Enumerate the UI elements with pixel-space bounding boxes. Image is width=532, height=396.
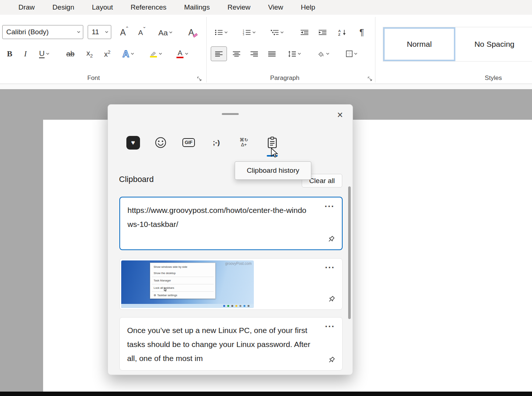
clipboard-item-image[interactable]: groovyPost.com Show windows side by side… — [119, 258, 343, 310]
ribbon-tab-bar: Draw Design Layout References Mailings R… — [0, 0, 532, 15]
chevron-down-icon — [280, 31, 284, 34]
paint-bucket-icon — [317, 51, 325, 57]
tab-help[interactable]: Help — [292, 3, 324, 11]
show-formatting-marks-button[interactable]: ¶ — [353, 25, 370, 40]
item-more-button[interactable]: ··· — [323, 261, 337, 274]
shrink-font-button[interactable]: A ˇ — [133, 25, 150, 40]
italic-icon: I — [24, 50, 27, 58]
tab-references[interactable]: References — [122, 3, 175, 11]
panel-scrollbar[interactable] — [348, 186, 351, 319]
increase-indent-button[interactable] — [314, 25, 331, 40]
style-normal[interactable]: Normal — [383, 27, 455, 61]
subscript-button[interactable]: x2 — [81, 46, 98, 61]
font-color-button[interactable]: A — [172, 46, 193, 61]
change-case-button[interactable]: Aa — [155, 25, 176, 40]
line-spacing-icon — [288, 51, 296, 57]
shading-button[interactable] — [312, 46, 334, 61]
borders-button[interactable] — [340, 46, 363, 61]
ellipsis-icon: ··· — [325, 201, 335, 211]
bullet-list-button[interactable] — [211, 25, 231, 40]
item-pin-button[interactable] — [326, 354, 337, 367]
symbols-tab[interactable]: ⌘↻ Δ+ — [235, 134, 253, 151]
multilevel-list-button[interactable] — [267, 25, 287, 40]
chevron-down-icon — [46, 53, 49, 55]
style-no-spacing[interactable]: No Spacing — [457, 27, 532, 61]
chevron-down-icon — [77, 31, 80, 33]
thumbnail-cursor — [164, 288, 167, 291]
tab-view[interactable]: View — [259, 3, 292, 11]
numbered-list-button[interactable]: 123 — [239, 25, 259, 40]
clipboard-item-text[interactable]: Once you’ve set up a new Linux PC, one o… — [119, 317, 343, 371]
clear-formatting-button[interactable]: A — [183, 25, 200, 40]
clipboard-item-text: https://www.groovypost.com/howto/center-… — [120, 197, 342, 236]
font-color-icon: A — [176, 49, 183, 58]
grow-font-button[interactable]: A ˆ — [116, 25, 133, 40]
close-button[interactable]: × — [333, 108, 347, 122]
tooltip: Clipboard history — [235, 161, 311, 180]
justify-button[interactable] — [264, 46, 280, 61]
kaomoji-tab[interactable]: ;-) — [207, 134, 225, 151]
underline-button[interactable]: U — [34, 46, 55, 61]
line-spacing-button[interactable] — [284, 46, 305, 61]
clipboard-item-url[interactable]: https://www.groovypost.com/howto/center-… — [119, 197, 343, 250]
decrease-indent-button[interactable] — [296, 25, 313, 40]
align-right-button[interactable] — [246, 46, 262, 61]
chevron-down-icon — [159, 53, 162, 55]
tab-review[interactable]: Review — [218, 3, 259, 11]
align-right-icon — [251, 51, 258, 57]
bold-button[interactable]: B — [2, 46, 17, 61]
align-center-button[interactable] — [228, 46, 245, 61]
drag-handle[interactable] — [222, 113, 239, 115]
ribbon: Calibri (Body) 11 A ˆ A ˇ Aa A 123 — [0, 15, 532, 84]
menu-separator — [152, 277, 214, 277]
text-highlight-button[interactable] — [145, 46, 167, 61]
subscript-icon: x2 — [86, 49, 92, 58]
clipboard-heading: Clipboard — [119, 175, 154, 184]
item-more-button[interactable]: ··· — [322, 200, 337, 213]
item-pin-button[interactable] — [325, 234, 337, 246]
borders-icon — [346, 50, 353, 57]
superscript-button[interactable]: x2 — [99, 46, 116, 61]
align-center-icon — [233, 51, 241, 57]
item-pin-button[interactable] — [326, 294, 337, 306]
chevron-down-icon — [298, 53, 301, 55]
most-recently-used-tab[interactable]: ♥ — [124, 134, 142, 151]
emoji-tab[interactable] — [152, 134, 169, 151]
tab-draw[interactable]: Draw — [10, 3, 43, 11]
sort-button[interactable]: A Z — [334, 25, 351, 40]
font-size-value: 11 — [92, 28, 99, 36]
smiley-icon — [154, 136, 167, 149]
chevron-down-icon — [105, 31, 108, 33]
svg-text:3: 3 — [243, 33, 244, 35]
chevron-down-icon — [224, 31, 228, 34]
tab-mailings[interactable]: Mailings — [175, 3, 219, 11]
styles-group-label: Styles — [455, 74, 531, 83]
chevron-down-icon — [326, 53, 329, 55]
text-effects-button[interactable]: A — [118, 46, 139, 61]
paragraph-dialog-launcher[interactable] — [367, 76, 372, 81]
font-name-combobox[interactable]: Calibri (Body) — [2, 25, 83, 39]
font-dialog-launcher[interactable] — [197, 76, 202, 81]
shrink-font-caret: ˇ — [143, 26, 146, 34]
align-left-icon — [215, 51, 223, 57]
bold-icon: B — [7, 50, 13, 58]
font-color-bar — [176, 57, 183, 58]
chevron-down-icon — [185, 53, 188, 55]
tab-layout[interactable]: Layout — [83, 3, 122, 11]
strikethrough-button[interactable]: ab — [61, 46, 80, 61]
font-size-combobox[interactable]: 11 — [88, 25, 111, 39]
gear-icon: ⚙ — [154, 294, 156, 297]
item-more-button[interactable]: ··· — [323, 320, 337, 333]
italic-button[interactable]: I — [18, 46, 32, 61]
tab-design[interactable]: Design — [43, 3, 83, 11]
style-normal-label: Normal — [407, 40, 432, 49]
status-bar — [0, 392, 532, 396]
chevron-down-icon — [169, 31, 172, 34]
grow-font-caret: ˆ — [126, 26, 128, 33]
gif-tab[interactable]: GIF — [180, 134, 197, 151]
align-left-button[interactable] — [211, 46, 227, 61]
strikethrough-icon: ab — [66, 50, 74, 57]
thumb-menu-item: Show the desktop — [150, 270, 215, 276]
sort-icon: A Z — [338, 29, 347, 36]
thumbnail-taskbar — [121, 304, 254, 308]
